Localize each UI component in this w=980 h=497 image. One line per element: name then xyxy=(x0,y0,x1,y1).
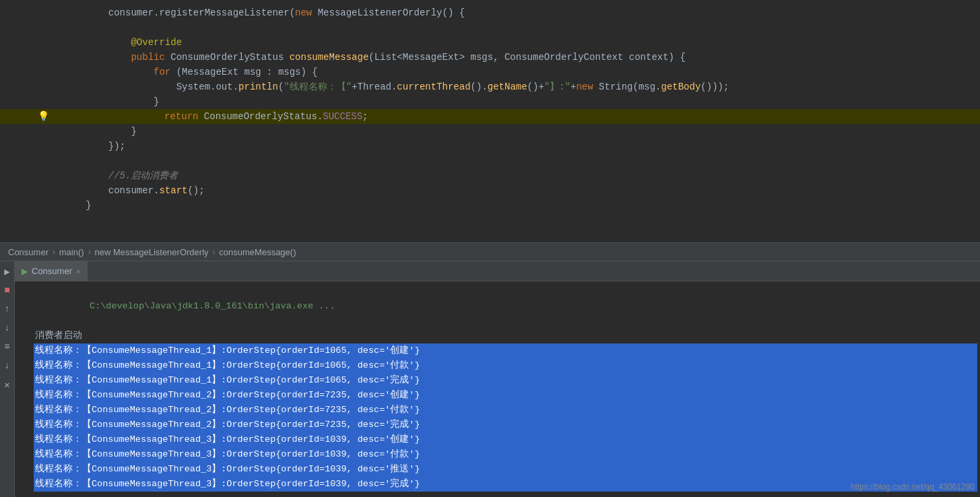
code-line-5: for (MessageExt msg : msgs) { xyxy=(0,65,980,79)
console-output: C:\develop\Java\jdk1.8.0_161\bin\java.ex… xyxy=(15,281,980,497)
code-line-4: public ConsumeOrderlyStatus consumeMessa… xyxy=(0,50,980,65)
scroll-up-icon[interactable]: ↑ xyxy=(1,303,13,315)
console-line-10[interactable]: 线程名称：【ConsumeMessageThread_3】:OrderStep{… xyxy=(34,477,977,492)
run-icon[interactable]: ▶ xyxy=(1,265,13,277)
console-line-2[interactable]: 线程名称：【ConsumeMessageThread_1】:OrderStep{… xyxy=(34,358,977,373)
stop-icon[interactable]: ■ xyxy=(1,284,13,296)
main-layout: consumer.registerMessageListener(new Mes… xyxy=(0,0,980,497)
code-line-12: //5.启动消费者 xyxy=(0,168,980,183)
code-line-1: consumer.registerMessageListener(new Mes… xyxy=(0,5,980,20)
breadcrumb-consumer[interactable]: Consumer xyxy=(8,247,48,257)
code-line-2 xyxy=(0,20,980,35)
code-line-14: } xyxy=(0,198,980,213)
tab-run-icon: ▶ xyxy=(22,267,28,276)
code-line-6: System.out.println("线程名称：【"+Thread.curre… xyxy=(0,79,980,94)
sidebar-icons: ▶ ■ ↑ ↓ ≡ ↓ ✕ xyxy=(0,261,15,497)
scroll-down-icon[interactable]: ↓ xyxy=(1,322,13,334)
console-section: ▶ ■ ↑ ↓ ≡ ↓ ✕ ▶ Consumer × C:\develop\Ja… xyxy=(0,261,980,497)
code-line-7: } xyxy=(0,94,980,109)
code-line-9: } xyxy=(0,124,980,139)
consumer-tab[interactable]: ▶ Consumer × xyxy=(15,261,88,281)
export-icon[interactable]: ↓ xyxy=(1,360,13,372)
java-exe-path: C:\develop\Java\jdk1.8.0_161\bin\java.ex… xyxy=(90,301,335,311)
code-line-11 xyxy=(0,154,980,168)
code-line-10: }); xyxy=(0,139,980,154)
console-line-startup: 消费者启动 xyxy=(34,329,977,343)
breadcrumb-sep-2: › xyxy=(87,247,92,257)
code-line-8: 💡 return ConsumeOrderlyStatus.SUCCESS; xyxy=(0,109,980,124)
console-content-area: ▶ Consumer × C:\develop\Java\jdk1.8.0_16… xyxy=(15,261,980,497)
breadcrumb-bar: Consumer › main() › new MessageListenerO… xyxy=(0,242,980,261)
console-line-3[interactable]: 线程名称：【ConsumeMessageThread_1】:OrderStep{… xyxy=(34,373,977,388)
console-line-8[interactable]: 线程名称：【ConsumeMessageThread_3】:OrderStep{… xyxy=(34,447,977,462)
console-line-7[interactable]: 线程名称：【ConsumeMessageThread_3】:OrderStep{… xyxy=(34,432,977,447)
breadcrumb-sep-3: › xyxy=(211,247,217,257)
tab-label: Consumer xyxy=(32,266,72,276)
console-path-line: C:\develop\Java\jdk1.8.0_161\bin\java.ex… xyxy=(34,284,977,329)
console-line-4[interactable]: 线程名称：【ConsumeMessageThread_2】:OrderStep{… xyxy=(34,388,977,403)
breadcrumb-sep-1: › xyxy=(51,247,57,257)
console-line-6[interactable]: 线程名称：【ConsumeMessageThread_2】:OrderStep{… xyxy=(34,418,977,432)
breadcrumb-main[interactable]: main() xyxy=(59,247,84,257)
tab-close-button[interactable]: × xyxy=(76,267,80,275)
code-line-3: @Override xyxy=(0,35,980,50)
console-line-9[interactable]: 线程名称：【ConsumeMessageThread_3】:OrderStep{… xyxy=(34,462,977,477)
filter-icon[interactable]: ≡ xyxy=(1,341,13,353)
watermark: https://blog.csdn.net/qq_43061290 xyxy=(851,479,975,494)
breadcrumb-consume[interactable]: consumeMessage() xyxy=(219,247,296,257)
console-line-1[interactable]: 线程名称：【ConsumeMessageThread_1】:OrderStep{… xyxy=(34,343,977,358)
bulb-icon: 💡 xyxy=(38,109,49,124)
breadcrumb-listener[interactable]: new MessageListenerOrderly xyxy=(94,247,208,257)
console-line-5[interactable]: 线程名称：【ConsumeMessageThread_2】:OrderStep{… xyxy=(34,403,977,418)
code-line-13: consumer.start(); xyxy=(0,183,980,198)
code-editor: consumer.registerMessageListener(new Mes… xyxy=(0,0,980,242)
console-tabs: ▶ Consumer × xyxy=(15,261,980,281)
clear-icon[interactable]: ✕ xyxy=(1,378,13,391)
